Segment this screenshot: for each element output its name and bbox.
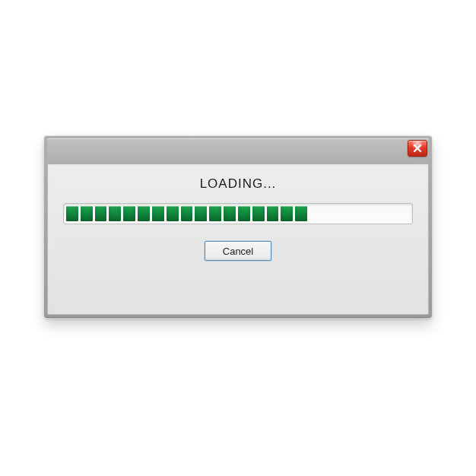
progress-segment-filled	[267, 206, 279, 221]
button-row: Cancel	[205, 241, 271, 261]
progress-segment-empty	[381, 206, 393, 221]
close-icon	[412, 143, 423, 154]
cancel-button[interactable]: Cancel	[205, 241, 271, 261]
progress-segment-filled	[66, 206, 78, 221]
progress-segment-filled	[295, 206, 307, 221]
progress-segment-filled	[109, 206, 121, 221]
close-button[interactable]	[408, 140, 427, 157]
loading-label: LOADING...	[200, 176, 277, 192]
loading-dialog: LOADING... Cancel	[44, 135, 432, 318]
progress-segment-filled	[181, 206, 193, 221]
titlebar	[47, 138, 429, 164]
progress-segment-filled	[167, 206, 179, 221]
progress-segment-filled	[123, 206, 135, 221]
progress-segment-filled	[281, 206, 293, 221]
progress-segment-empty	[338, 206, 351, 221]
progress-segment-filled	[95, 206, 107, 221]
progress-segment-filled	[238, 206, 250, 221]
progress-segment-empty	[324, 206, 336, 221]
progress-segment-filled	[224, 206, 236, 221]
progress-segment-empty	[367, 206, 379, 221]
progress-segment-filled	[195, 206, 207, 221]
progress-segment-empty	[395, 206, 408, 221]
progress-segment-filled	[81, 206, 93, 221]
progress-segment-empty	[309, 206, 322, 221]
progress-segment-filled	[138, 206, 150, 221]
progress-segment-filled	[209, 206, 221, 221]
progress-bar	[63, 203, 413, 224]
dialog-client-area: LOADING... Cancel	[47, 164, 429, 315]
progress-segment-filled	[152, 206, 164, 221]
progress-segment-filled	[252, 206, 265, 221]
progress-segment-empty	[353, 206, 365, 221]
